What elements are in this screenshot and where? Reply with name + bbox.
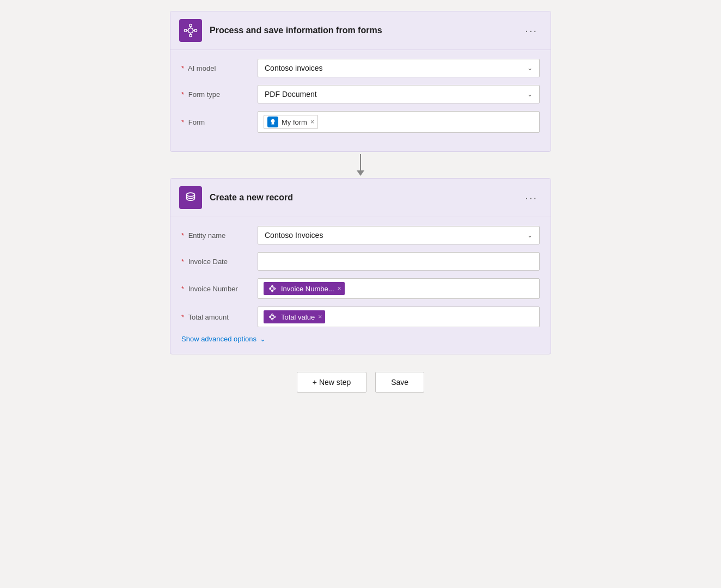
svg-point-12 bbox=[272, 290, 273, 292]
required-star: * bbox=[181, 231, 184, 240]
card2-header: Create a new record ··· bbox=[170, 179, 551, 217]
label-form: * Form bbox=[181, 118, 258, 126]
tag-total-value-icon-svg bbox=[268, 313, 276, 321]
tag-total-value-close[interactable]: × bbox=[318, 313, 322, 321]
svg-point-22 bbox=[269, 316, 271, 318]
label-total-amount: * Total amount bbox=[181, 313, 258, 321]
card2-menu[interactable]: ··· bbox=[521, 189, 542, 206]
card-process-forms: Process and save information from forms … bbox=[170, 11, 551, 152]
card1-icon bbox=[179, 19, 202, 42]
required-star: * bbox=[181, 64, 184, 72]
save-button[interactable]: Save bbox=[375, 372, 424, 393]
required-star: * bbox=[181, 258, 184, 266]
field-form-type: * Form type PDF Document ⌄ bbox=[181, 85, 540, 103]
field-total-amount: * Total amount bbox=[181, 307, 540, 327]
canvas: Process and save information from forms … bbox=[0, 0, 721, 393]
svg-point-23 bbox=[274, 316, 276, 318]
show-advanced-label: Show advanced options bbox=[181, 335, 256, 343]
control-form[interactable]: My form × bbox=[258, 111, 540, 133]
arrow-head bbox=[357, 170, 364, 176]
control-ai-model[interactable]: Contoso invoices ⌄ bbox=[258, 59, 540, 77]
tag-total-value[interactable]: Total value × bbox=[264, 310, 325, 323]
field-invoice-date: * Invoice Date bbox=[181, 252, 540, 271]
tag-my-form-close[interactable]: × bbox=[310, 118, 314, 126]
svg-point-0 bbox=[188, 28, 193, 33]
card1-title: Process and save information from forms bbox=[210, 26, 521, 35]
label-ai-model: * AI model bbox=[181, 64, 258, 72]
field-invoice-number: * Invoice Number bbox=[181, 278, 540, 299]
tag-invoice-number[interactable]: Invoice Numbe... × bbox=[264, 282, 345, 295]
card1-icon-svg bbox=[184, 23, 198, 38]
tag-my-form-label: My form bbox=[282, 118, 307, 126]
svg-point-3 bbox=[184, 29, 187, 32]
tag-total-value-icon bbox=[267, 311, 278, 322]
card1-menu[interactable]: ··· bbox=[521, 22, 542, 39]
svg-point-2 bbox=[190, 34, 192, 37]
control-total-amount[interactable]: Total value × bbox=[258, 307, 540, 327]
select-entity-name[interactable]: Contoso Invoices ⌄ bbox=[258, 226, 540, 244]
arrow-connector-1 bbox=[357, 154, 364, 176]
required-star: * bbox=[181, 90, 184, 99]
select-form-type-value: PDF Document bbox=[265, 90, 317, 99]
svg-point-4 bbox=[194, 29, 197, 32]
svg-point-21 bbox=[272, 318, 273, 320]
bottom-actions: + New step Save bbox=[297, 372, 424, 393]
control-invoice-number[interactable]: Invoice Numbe... × bbox=[258, 278, 540, 299]
svg-point-20 bbox=[272, 314, 273, 315]
tag-invoice-number-icon bbox=[267, 283, 278, 294]
tag-total-value-label: Total value bbox=[281, 313, 315, 321]
tag-invoice-number-label: Invoice Numbe... bbox=[281, 285, 334, 293]
chevron-down-icon: ⌄ bbox=[527, 64, 533, 72]
new-step-button[interactable]: + New step bbox=[297, 372, 366, 393]
card2-body: * Entity name Contoso Invoices ⌄ * Invoi… bbox=[170, 217, 551, 354]
tag-input-invoice-number[interactable]: Invoice Numbe... × bbox=[258, 278, 540, 299]
card2-icon-svg bbox=[184, 191, 198, 205]
select-entity-name-value: Contoso Invoices bbox=[265, 231, 323, 240]
svg-point-11 bbox=[272, 285, 273, 287]
card1-header: Process and save information from forms … bbox=[170, 11, 551, 50]
select-form-type[interactable]: PDF Document ⌄ bbox=[258, 85, 540, 103]
field-entity-name: * Entity name Contoso Invoices ⌄ bbox=[181, 226, 540, 244]
tag-form-icon-svg bbox=[269, 118, 277, 126]
tag-my-form[interactable]: My form × bbox=[264, 115, 318, 129]
tag-input-total-amount[interactable]: Total value × bbox=[258, 307, 540, 327]
label-invoice-number: * Invoice Number bbox=[181, 285, 258, 293]
field-form: * Form My form × bbox=[181, 111, 540, 133]
label-invoice-date: * Invoice Date bbox=[181, 258, 258, 266]
chevron-down-icon: ⌄ bbox=[527, 231, 533, 239]
tag-invoice-number-close[interactable]: × bbox=[338, 285, 341, 292]
svg-point-13 bbox=[269, 288, 271, 290]
card-create-record: Create a new record ··· * Entity name Co… bbox=[170, 178, 551, 354]
required-star: * bbox=[181, 313, 184, 321]
select-ai-model[interactable]: Contoso invoices ⌄ bbox=[258, 59, 540, 77]
required-star: * bbox=[181, 285, 184, 293]
label-form-type: * Form type bbox=[181, 90, 258, 99]
label-entity-name: * Entity name bbox=[181, 231, 258, 240]
tag-invoice-number-icon-svg bbox=[268, 285, 276, 292]
chevron-down-icon: ⌄ bbox=[527, 90, 533, 98]
input-invoice-date[interactable] bbox=[258, 252, 540, 271]
svg-point-14 bbox=[274, 288, 276, 290]
card2-icon bbox=[179, 186, 202, 209]
chevron-down-advanced-icon: ⌄ bbox=[260, 335, 266, 343]
card2-title: Create a new record bbox=[210, 193, 521, 203]
show-advanced-options[interactable]: Show advanced options ⌄ bbox=[181, 335, 540, 343]
svg-point-1 bbox=[190, 24, 192, 27]
svg-point-9 bbox=[187, 193, 195, 197]
control-invoice-date[interactable] bbox=[258, 252, 540, 271]
control-form-type[interactable]: PDF Document ⌄ bbox=[258, 85, 540, 103]
arrow-line bbox=[360, 154, 361, 170]
select-ai-model-value: Contoso invoices bbox=[265, 64, 323, 72]
tag-form-icon bbox=[267, 117, 278, 127]
control-entity-name[interactable]: Contoso Invoices ⌄ bbox=[258, 226, 540, 244]
required-star: * bbox=[181, 118, 184, 126]
card1-body: * AI model Contoso invoices ⌄ * Form typ… bbox=[170, 50, 551, 151]
tag-input-form[interactable]: My form × bbox=[258, 111, 540, 133]
field-ai-model: * AI model Contoso invoices ⌄ bbox=[181, 59, 540, 77]
